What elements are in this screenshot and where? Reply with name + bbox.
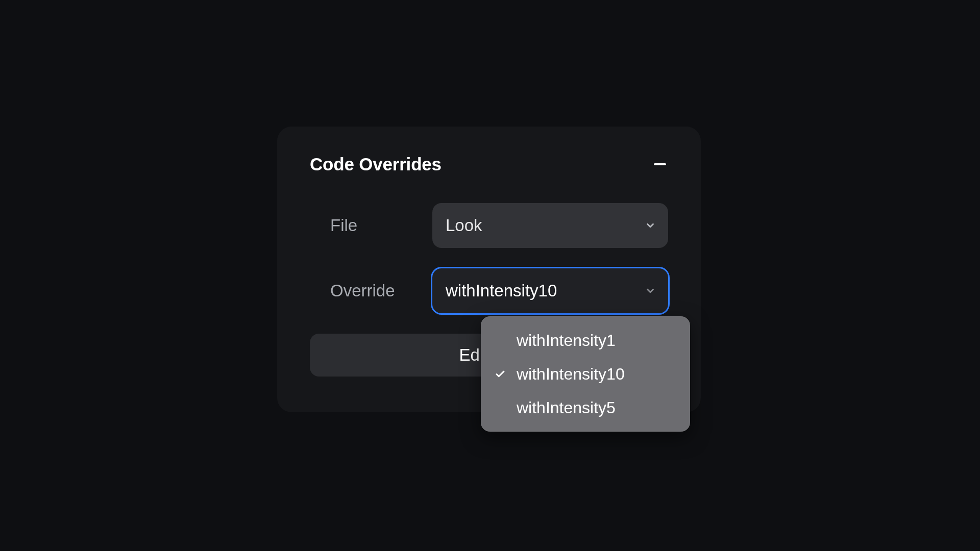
check-icon — [493, 367, 507, 381]
dropdown-option[interactable]: withIntensity5 — [481, 391, 690, 424]
file-select-value: Look — [446, 216, 482, 235]
dropdown-option-label: withIntensity10 — [517, 365, 625, 384]
chevron-down-icon — [644, 219, 657, 232]
file-select[interactable]: Look — [432, 203, 668, 248]
override-label: Override — [310, 281, 432, 300]
dropdown-option[interactable]: withIntensity10 — [481, 357, 690, 391]
chevron-down-icon — [644, 284, 657, 297]
override-select-value: withIntensity10 — [446, 281, 557, 300]
file-row: File Look — [310, 203, 668, 248]
minus-icon — [654, 163, 666, 165]
dropdown-option-label: withIntensity5 — [517, 398, 616, 417]
override-row: Override withIntensity10 — [310, 268, 668, 313]
file-label: File — [310, 216, 432, 235]
dropdown-option[interactable]: withIntensity1 — [481, 323, 690, 357]
collapse-button[interactable] — [652, 156, 668, 172]
override-dropdown-menu: withIntensity1 withIntensity10 withInten… — [481, 316, 690, 432]
dropdown-option-label: withIntensity1 — [517, 331, 616, 350]
panel-header: Code Overrides — [310, 154, 668, 174]
panel-title: Code Overrides — [310, 154, 442, 174]
override-select[interactable]: withIntensity10 — [432, 268, 668, 313]
